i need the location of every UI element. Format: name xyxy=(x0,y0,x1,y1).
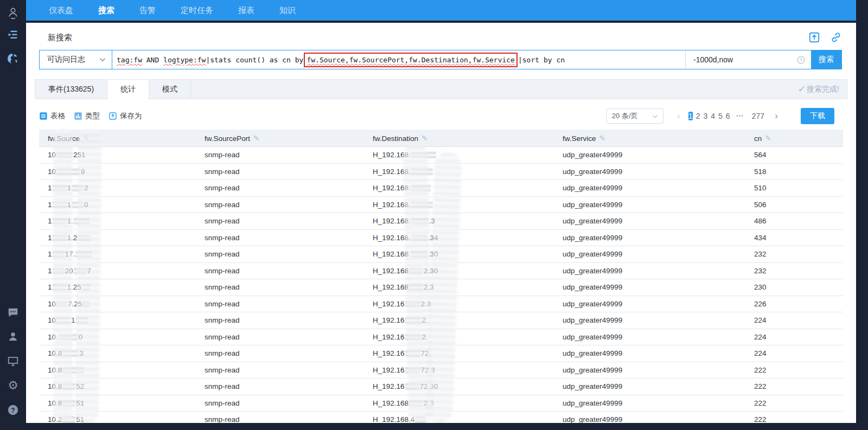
table-cell: 506 xyxy=(745,201,843,209)
redacted-text xyxy=(53,201,67,208)
cell-text: 2.30 xyxy=(424,267,438,275)
redacted-text xyxy=(53,184,67,191)
cell-text: 1 xyxy=(48,250,52,258)
edit-column-icon[interactable]: ✎ xyxy=(83,134,90,143)
table-cell: 232 xyxy=(745,267,843,275)
monitor-icon[interactable] xyxy=(0,352,26,370)
gear-icon[interactable]: ⚙ xyxy=(0,377,26,394)
cell-text: 51 xyxy=(76,415,84,423)
table-row[interactable]: 107.25snmp-readH_192.162.3udp_greater499… xyxy=(39,296,843,313)
clock-icon xyxy=(796,55,806,65)
page-button[interactable]: 5 xyxy=(718,112,723,120)
query-text: |sort by cn xyxy=(518,56,565,64)
user-logo-icon[interactable] xyxy=(0,4,26,22)
table-cell: H_192.168. xyxy=(364,184,554,192)
next-page-button[interactable]: › xyxy=(770,110,783,123)
table-row[interactable]: 10.0snmp-readH_192.162.udp_greater499992… xyxy=(39,329,843,346)
cell-text: 2. xyxy=(422,333,428,341)
nav-item[interactable]: 报表 xyxy=(238,5,254,16)
table-row[interactable]: 112snmp-readH_192.168.udp_greater4999951… xyxy=(39,180,843,197)
edit-column-icon[interactable]: ✎ xyxy=(422,134,428,143)
nav-item[interactable]: 定时任务 xyxy=(181,5,213,16)
query-text: tag:fw AND logtype:fw|stats count() as c… xyxy=(117,56,303,64)
table-cell: udp_greater49999 xyxy=(554,382,745,390)
cell-text: 52 xyxy=(76,382,84,390)
table-cell: 10.852 xyxy=(39,382,196,390)
table-row[interactable]: 10.851snmp-readH_192.1682.3udp_greater49… xyxy=(39,395,843,412)
page-button[interactable]: 6 xyxy=(726,112,730,120)
table-view-button[interactable]: 表格 xyxy=(39,111,65,121)
table-row[interactable]: 10251snmp-readH_192.168.udp_greater49999… xyxy=(39,147,843,164)
nav-item[interactable]: 搜索 xyxy=(98,5,114,16)
edit-column-icon[interactable]: ✎ xyxy=(765,134,771,143)
save-as-button[interactable]: 保存为 xyxy=(108,111,142,121)
search-status-text: 搜索完成! xyxy=(807,85,839,94)
search-button[interactable]: 搜索 xyxy=(811,50,841,69)
result-tab[interactable]: 事件(133625) xyxy=(35,80,107,99)
log-list-icon[interactable] xyxy=(0,26,26,43)
chart-type-button[interactable]: 类型 xyxy=(74,111,100,121)
table-cell: H_192.168.4 xyxy=(364,415,554,423)
bar-chart-icon xyxy=(74,112,82,120)
cell-text: 7.25 xyxy=(68,300,82,308)
cell-text: H_192.168. xyxy=(373,184,411,192)
result-tab[interactable]: 模式 xyxy=(149,80,191,99)
time-range-input[interactable]: -1000d,now xyxy=(685,50,811,69)
cell-text: H_192.16 xyxy=(373,349,405,357)
table-cell: udp_greater49999 xyxy=(554,316,745,324)
cell-text: 20 xyxy=(65,267,73,275)
cell-text: .30 xyxy=(428,250,438,258)
pie-chart-icon[interactable] xyxy=(0,50,26,67)
table-cell: snmp-read xyxy=(196,151,364,159)
table-row[interactable]: 110snmp-readH_192.168.udp_greater4999950… xyxy=(39,197,843,214)
cell-text: H_192.168. xyxy=(373,168,411,176)
nav-item[interactable]: 仪表盘 xyxy=(49,5,73,16)
result-tabbar: 事件(133625)统计模式 ✓ 搜索完成! xyxy=(35,79,847,99)
page-button[interactable]: 1 xyxy=(688,112,693,120)
cell-text: 10.8 xyxy=(48,366,62,374)
table-cell: H_192.1682.3 xyxy=(364,283,554,291)
cell-text: 10.8 xyxy=(48,349,62,357)
table-row[interactable]: 117.snmp-readH_192.168..30udp_greater499… xyxy=(39,246,843,263)
table-row[interactable]: 11.snmp-readH_192.168..3udp_greater49999… xyxy=(39,213,843,230)
table-cell: 11.25 xyxy=(39,283,196,291)
table-row[interactable]: 109snmp-readH_192.168.udp_greater4999951… xyxy=(39,164,843,181)
help-icon[interactable]: ? xyxy=(0,401,26,419)
link-icon[interactable] xyxy=(830,31,842,43)
page-button[interactable]: 3 xyxy=(703,112,707,120)
cell-text: 10.8 xyxy=(48,399,62,407)
table-row[interactable]: 10.8snmp-readH_192.1672.3udp_greater4999… xyxy=(39,362,843,379)
query-input[interactable]: tag:fw AND logtype:fw|stats count() as c… xyxy=(112,50,685,69)
user-icon[interactable] xyxy=(0,328,26,345)
download-button[interactable]: 下载 xyxy=(801,108,834,124)
page-size-select[interactable]: 20 条/页 xyxy=(606,108,663,124)
prev-page-button[interactable]: ‹ xyxy=(672,110,685,123)
redacted-text xyxy=(53,217,67,224)
table-row[interactable]: 10.83snmp-readH_192.1672.udp_greater4999… xyxy=(39,345,843,362)
result-tab[interactable]: 统计 xyxy=(107,80,149,99)
chat-icon[interactable] xyxy=(0,304,26,321)
top-nav: 仪表盘搜索告警定时任务报表知识 xyxy=(26,0,856,21)
page-button[interactable]: 4 xyxy=(711,112,715,120)
table-row[interactable]: 10.852snmp-readH_192.1672.30udp_greater4… xyxy=(39,378,843,395)
cell-text: 1 xyxy=(67,201,72,209)
table-row[interactable]: 11.25snmp-readH_192.1682.3udp_greater499… xyxy=(39,279,843,296)
table-row[interactable]: 101snmp-readH_192.162.udp_greater4999922… xyxy=(39,312,843,329)
edit-column-icon[interactable]: ✎ xyxy=(599,134,606,143)
edit-column-icon[interactable]: ✎ xyxy=(253,134,260,143)
table-row[interactable]: 10.251snmp-readH_192.168.4udp_greater499… xyxy=(39,412,843,423)
result-toolbar: 表格 类型 保存为 20 条/页 xyxy=(39,108,834,124)
table-cell: udp_greater49999 xyxy=(554,201,745,209)
nav-item[interactable]: 知识 xyxy=(279,5,296,16)
redacted-text xyxy=(62,367,84,374)
left-sidebar: ⚙ ? xyxy=(0,0,26,430)
table-row[interactable]: 1207snmp-readH_192.1682.30udp_greater499… xyxy=(39,263,843,280)
page-button-last[interactable]: 277 xyxy=(750,110,767,123)
table-row[interactable]: 11.2snmp-readH_192.168..34udp_greater499… xyxy=(39,230,843,247)
page-button[interactable]: 2 xyxy=(696,112,700,120)
query-token: fw.Destination, xyxy=(409,56,472,64)
log-scope-select[interactable]: 可访问日志 xyxy=(40,50,112,69)
export-icon[interactable] xyxy=(808,31,820,43)
nav-item[interactable]: 告警 xyxy=(139,5,156,16)
check-icon: ✓ xyxy=(798,84,806,95)
